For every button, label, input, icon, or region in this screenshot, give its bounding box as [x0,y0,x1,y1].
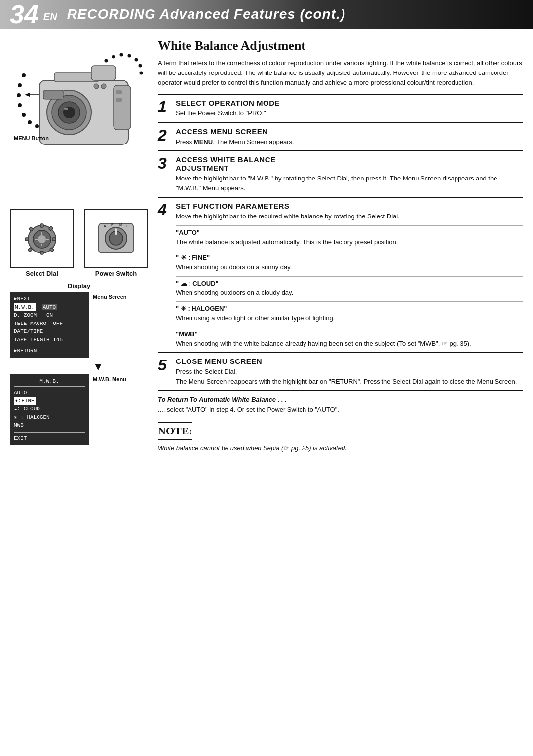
svg-point-10 [120,53,123,57]
menu-screen-label: Menu Screen [93,292,126,300]
svg-point-1 [18,83,22,87]
svg-point-33 [38,235,46,243]
step-4-body: Move the highlight bar to the required w… [176,212,523,221]
svg-text:A: A [104,224,106,228]
arrow-down-icon: ▼ [48,360,148,373]
menu-line-mwb: M.W.B. AUTO [14,303,85,312]
camera-svg [15,46,143,199]
sub-auto-body: The white balance is adjusted automatica… [176,237,523,247]
step-3-content: ACCESS WHITE BALANCEADJUSTMENT Move the … [176,155,523,193]
svg-point-28 [101,84,106,89]
header-subtitle: Advanced Features (cont.) [160,6,346,22]
step-2: 2 ACCESS MENU SCREEN Press MENU. The Men… [158,122,523,151]
mwb-menu-label: M.W.B. Menu [93,374,126,382]
svg-rect-22 [91,66,116,80]
header-title: RECORDING Advanced Features (cont.) [67,6,346,22]
step-1: 1 SELECT OPERATION MODE Set the Power Sw… [158,94,523,122]
sub-mwb-body: When shooting with the white balance alr… [176,339,523,349]
svg-point-6 [35,124,39,128]
svg-rect-35 [40,251,43,254]
mwb-title: M.W.B. [14,377,85,387]
svg-marker-30 [25,93,30,97]
menu-line: D. ZOOM ON [14,311,85,320]
menu-line: ☁: CLOUD [14,405,85,413]
step-5: 5 CLOSE MENU SCREEN Press the Select Dia… [158,352,523,391]
power-switch-box: A P M OFF [84,209,148,268]
menu-line: ✳ : HALOGEN [14,413,85,422]
svg-rect-25 [116,98,122,102]
menu-line: ▶NEXT [14,295,85,303]
sub-cloud: " ☁ : CLOUD" When shooting outdoors on a… [176,276,523,298]
svg-rect-24 [116,90,122,94]
step-3-heading: ACCESS WHITE BALANCEADJUSTMENT [176,155,523,172]
step-2-body: Press MENU. The Menu Screen appears. [176,137,523,147]
power-switch-svg: A P M OFF [94,218,138,258]
step-5-body: Press the Select Dial.The Menu Screen re… [176,367,523,386]
header-recording: RECORDING [67,6,156,22]
step-3: 3 ACCESS WHITE BALANCEADJUSTMENT Move th… [158,150,523,197]
sub-cloud-body: When shooting outdoors on a cloudy day. [176,288,523,298]
menu-box-1: ▶NEXT M.W.B. AUTO D. ZOOM ON TELE MACRO … [10,292,89,358]
sub-auto: "AUTO" The white balance is adjusted aut… [176,225,523,247]
svg-point-14 [140,72,143,75]
intro-text: A term that refers to the correctness of… [158,58,523,88]
step-3-number: 3 [158,155,172,171]
svg-text:OFF: OFF [126,224,133,228]
menu-line: EXIT [14,432,85,443]
svg-point-4 [22,113,26,117]
svg-point-9 [112,55,115,59]
svg-rect-26 [43,90,63,99]
page-header: 34 EN RECORDING Advanced Features (cont.… [0,0,533,29]
right-column: White Balance Adjustment A term that ref… [153,34,533,458]
page-en: EN [43,11,57,23]
step-3-body: Move the highlight bar to "M.W.B." by ro… [176,174,523,193]
left-column: MENU Button [0,34,153,458]
svg-rect-49 [115,228,117,235]
mwb-menu-row: M.W.B. AUTO ✦:FINE ☁: CLOUD ✳ : HALOGEN … [10,374,148,446]
svg-point-20 [64,108,68,110]
step-4: 4 SET FUNCTION PARAMETERS Move the highl… [158,197,523,352]
menu-line: AUTO [14,389,85,397]
svg-rect-34 [40,224,43,227]
sub-auto-heading: "AUTO" [176,229,523,236]
page-number: 34 [10,1,38,27]
menu-screen-row: ▶NEXT M.W.B. AUTO D. ZOOM ON TELE MACRO … [10,292,148,358]
step-5-heading: CLOSE MENU SCREEN [176,357,523,365]
step-2-content: ACCESS MENU SCREEN Press MENU. The Menu … [176,127,523,147]
camera-illustration: MENU Button [10,38,148,206]
menu-line: TELE MACRO OFF [14,320,85,328]
svg-point-13 [139,64,142,68]
menu-button-label: MENU Button [14,135,49,141]
step-4-number: 4 [158,202,172,217]
main-content: MENU Button [0,29,533,463]
menu-line: DATE/TIME [14,327,85,336]
svg-text:M: M [119,223,122,226]
sub-mwb-heading: "MWB" [176,330,523,338]
step-5-content: CLOSE MENU SCREEN Press the Select Dial.… [176,357,523,386]
svg-point-3 [18,103,22,107]
step-4-content: SET FUNCTION PARAMETERS Move the highlig… [176,202,523,348]
dial-section: Select Dial A P M OF [10,209,148,277]
select-dial-box [10,209,74,268]
sub-fine-heading: " ☀ : FINE" [176,254,523,261]
step-2-heading: ACCESS MENU SCREEN [176,127,523,136]
sub-halogen-heading: " ✳ : HALOGEN" [176,305,523,312]
menu-line: TAPE LENGTH T45 [14,336,85,344]
menu-line: MWB [14,421,85,430]
sub-fine: " ☀ : FINE" When shooting outdoors on a … [176,251,523,272]
step-1-content: SELECT OPERATION MODE Set the Power Swit… [176,99,523,118]
select-dial-svg [20,218,64,258]
step-1-number: 1 [158,99,172,114]
section-title: White Balance Adjustment [158,38,523,53]
step-4-heading: SET FUNCTION PARAMETERS [176,202,523,210]
step-1-body: Set the Power Switch to "PRO." [176,108,523,118]
note-title: NOTE: [158,422,192,440]
svg-point-27 [94,84,99,89]
note-section: NOTE: White balance cannot be used when … [158,422,523,453]
mwb-highlight: M.W.B. [14,303,36,312]
fine-highlight: ✦:FINE [14,397,36,405]
svg-point-12 [135,58,138,62]
sub-cloud-heading: " ☁ : CLOUD" [176,280,523,287]
sub-halogen: " ✳ : HALOGEN" When using a video light … [176,301,523,323]
menu-box-2: M.W.B. AUTO ✦:FINE ☁: CLOUD ✳ : HALOGEN … [10,374,89,446]
